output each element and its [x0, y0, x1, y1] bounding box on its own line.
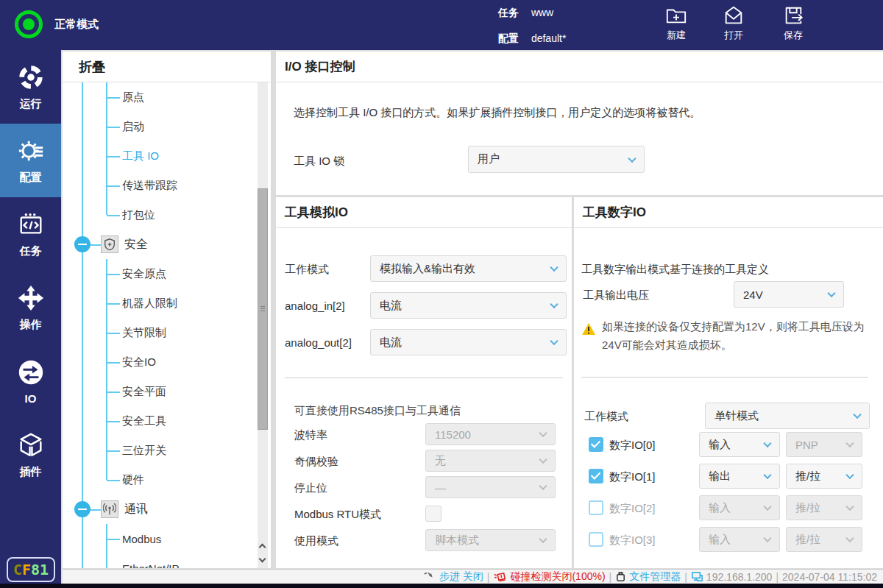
main-nav-sidebar: 运行 配置 任务 操作 IO [0, 50, 61, 588]
digital-io-1-type-select[interactable]: 推/拉 [786, 464, 862, 489]
rs485-note: 可直接使用RS485接口与工具通信 [294, 404, 461, 418]
analog-in-select[interactable]: 电流 [370, 292, 567, 319]
nav-item-io[interactable]: IO [0, 344, 61, 418]
chevron-down-icon [550, 300, 558, 308]
nav-item-operate[interactable]: 操作 [0, 271, 61, 344]
chevron-down-icon [539, 429, 547, 437]
tree-item-safety-home[interactable]: 安全原点 [63, 259, 271, 288]
nav-item-task-label: 任务 [20, 244, 42, 258]
open-icon [723, 4, 745, 26]
chevron-down-icon [845, 534, 854, 542]
tree-item-robot-limits[interactable]: 机器人限制 [63, 288, 271, 318]
collision-detect-status[interactable]: 碰撞检测关闭(100%) [493, 570, 605, 584]
chevron-down-icon [827, 289, 835, 297]
digital-work-mode-label: 工作模式 [584, 410, 628, 424]
digital-io-2-direction-select: 输入 [699, 495, 780, 520]
ip-address: 192.168.1.200 [706, 571, 773, 583]
nav-item-task[interactable]: 任务 [0, 197, 61, 271]
work-mode-select[interactable]: 模拟输入&输出有效 [370, 255, 567, 282]
shield-icon [101, 235, 118, 253]
tree-item-tool-io[interactable]: 工具 IO [63, 141, 271, 171]
stop-bit-select: — [425, 476, 556, 498]
chevron-down-icon [259, 556, 266, 563]
config-tree-panel: 折叠 原点 启动 工具 IO 传送带跟踪 打包位 安全 安全原点 机器人限制 关… [63, 52, 271, 568]
digital-io-0-checkbox[interactable] [589, 437, 603, 452]
digital-io-2-checkbox[interactable] [589, 500, 603, 515]
stop-bit-label: 停止位 [294, 481, 327, 495]
tree-item-safety-tool[interactable]: 安全工具 [63, 406, 271, 436]
chevron-down-icon [845, 471, 854, 479]
top-bar: 正常模式 任务 www 配置 default* 新建 打开 保存 [0, 0, 883, 50]
tree-item-hardware[interactable]: 硬件 [63, 465, 271, 495]
collapse-toggle-icon[interactable] [74, 236, 91, 252]
tree-item-startup[interactable]: 启动 [63, 112, 271, 141]
main-content: I/O 接口控制 选择控制工具 I/O 接口的方式。如果扩展插件控制接口，用户定… [276, 52, 883, 568]
tree-group-safety[interactable]: 安全 [63, 230, 271, 259]
robot-id-badge: CF81 [7, 557, 55, 582]
modbus-rtu-label: Modbus RTU模式 [294, 508, 381, 522]
tree-item-packing[interactable]: 打包位 [63, 200, 271, 230]
datetime: 2024-07-04 11:15:02 [782, 571, 877, 583]
digital-io-1-checkbox[interactable] [589, 469, 603, 483]
tree-item-origin[interactable]: 原点 [63, 82, 271, 112]
open-button[interactable]: 打开 [711, 4, 756, 47]
tree-item-three-position[interactable]: 三位开关 [63, 436, 271, 465]
tool-voltage-select[interactable]: 24V [734, 281, 844, 308]
io-control-section: I/O 接口控制 选择控制工具 I/O 接口的方式。如果扩展插件控制接口，用户定… [276, 52, 883, 195]
plugin-cube-icon [17, 431, 45, 459]
nav-item-config[interactable]: 配置 [0, 124, 61, 197]
tree-item-modbus[interactable]: Modbus [63, 524, 271, 553]
tree-item-joint-limits[interactable]: 关节限制 [63, 318, 271, 347]
tree-item-conveyor[interactable]: 传送带跟踪 [63, 171, 271, 200]
io-control-title: I/O 接口控制 [276, 52, 883, 82]
section-divider [581, 377, 868, 378]
scroll-down-button[interactable] [258, 553, 268, 568]
config-label: 配置 [498, 32, 519, 44]
work-mode-label: 工作模式 [285, 263, 329, 277]
digital-work-mode-select[interactable]: 单针模式 [705, 403, 870, 429]
chevron-down-icon [763, 534, 771, 542]
modbus-rtu-checkbox[interactable] [425, 506, 442, 522]
digital-io-3-checkbox[interactable] [589, 532, 603, 547]
save-button[interactable]: 保存 [770, 4, 816, 47]
digital-io-1-direction-select[interactable]: 输出 [699, 464, 780, 489]
open-button-label: 打开 [711, 29, 756, 42]
chevron-down-icon [763, 439, 771, 447]
collapse-header[interactable]: 折叠 [63, 52, 271, 82]
tree-item-ethernet-ip[interactable]: EtherNet/IP [63, 553, 271, 568]
digital-io-0-direction-select[interactable]: 输入 [699, 432, 780, 457]
digital-io-3-label: 数字IO[3] [609, 534, 656, 548]
digital-io-note: 工具数字输出模式基于连接的工具定义 [581, 263, 769, 277]
tree-scrollbar-thumb[interactable] [258, 188, 268, 430]
config-value: default* [531, 32, 566, 44]
digital-io-0-label: 数字IO[0] [609, 439, 656, 453]
tree-item-safety-io[interactable]: 安全IO [63, 347, 271, 377]
nav-item-config-label: 配置 [20, 171, 42, 185]
nav-item-run[interactable]: 运行 [0, 50, 61, 124]
task-label: 任务 [498, 7, 519, 18]
digital-io-3-direction-select: 输入 [699, 527, 780, 552]
step-mode-status[interactable]: 步进 关闭 [423, 570, 483, 584]
new-button[interactable]: 新建 [653, 4, 699, 47]
chevron-down-icon [845, 503, 854, 511]
scroll-up-button[interactable] [258, 539, 268, 553]
tree-group-communication[interactable]: 通讯 [63, 495, 271, 524]
tool-io-lock-select[interactable]: 用户 [468, 146, 645, 173]
voltage-warning-text: 如果连接的设备仅支持配置为12V，则将工具电压设为24V可能会对其造成损坏。 [602, 317, 876, 354]
tree-item-safety-planes[interactable]: 安全平面 [63, 377, 271, 406]
chevron-down-icon [853, 411, 861, 419]
config-gear-icon [17, 137, 45, 165]
parity-label: 奇偶校验 [294, 455, 338, 469]
network-status[interactable]: 192.168.1.200 [691, 571, 773, 583]
chevron-down-icon [550, 337, 558, 345]
tree-scrollbar-track[interactable] [258, 82, 268, 539]
nav-item-plugin[interactable]: 插件 [0, 418, 61, 492]
file-manager-link[interactable]: 文件管理器 [615, 570, 681, 584]
analog-out-select[interactable]: 电流 [370, 329, 567, 355]
tool-io-lock-label: 工具 IO 锁 [294, 155, 344, 169]
baud-rate-select: 115200 [425, 423, 556, 445]
collapse-toggle-icon[interactable] [74, 501, 91, 517]
tool-analog-io-panel: 工具模拟IO 工作模式 模拟输入&输出有效 analog_in[2] 电流 an… [276, 197, 572, 568]
warning-icon [581, 322, 596, 339]
config-tree: 原点 启动 工具 IO 传送带跟踪 打包位 安全 安全原点 机器人限制 关节限制… [63, 82, 271, 568]
